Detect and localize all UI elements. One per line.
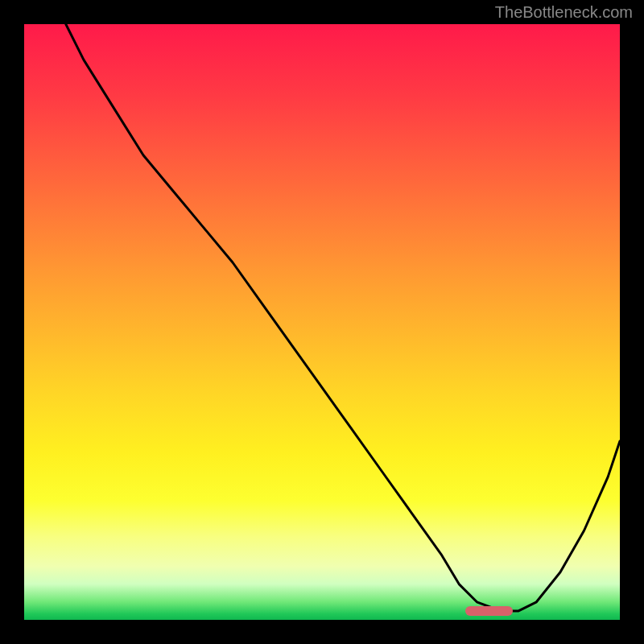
- watermark-text: TheBottleneck.com: [495, 3, 633, 22]
- bottleneck-curve: [66, 24, 620, 611]
- curve-svg: [24, 24, 620, 620]
- chart-plot-area: [24, 24, 620, 620]
- optimal-marker: [465, 606, 513, 616]
